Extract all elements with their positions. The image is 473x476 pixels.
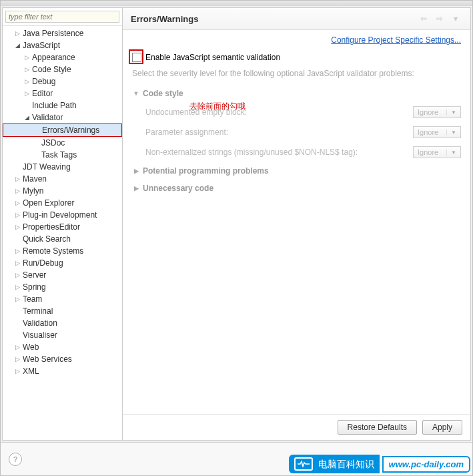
- twisty-none: [32, 139, 40, 147]
- chevron-down-icon: ▼: [446, 130, 456, 136]
- section-potential-problems[interactable]: ▶ Potential programming problems: [132, 162, 461, 180]
- twisty-closed-icon: ▶: [132, 185, 140, 192]
- tree-item-spring[interactable]: ▷Spring: [3, 281, 122, 293]
- tree-item-label: Debug: [32, 76, 55, 87]
- tree-item-label: Code Style: [32, 64, 71, 75]
- apply-button[interactable]: Apply: [422, 420, 462, 435]
- tree-item-label: Spring: [23, 282, 46, 292]
- tree-item-label: Editor: [32, 88, 53, 99]
- tree-item-editor[interactable]: ▷Editor: [3, 87, 122, 99]
- restore-defaults-button[interactable]: Restore Defaults: [338, 420, 417, 435]
- twisty-open-icon[interactable]: ◢: [23, 113, 31, 122]
- twisty-none: [32, 151, 40, 159]
- enable-validation-checkbox[interactable]: [132, 53, 141, 62]
- tree-item-label: JSDoc: [41, 138, 65, 148]
- tree-item-label: Validation: [23, 318, 57, 328]
- tree-item-xml[interactable]: ▷XML: [3, 365, 122, 377]
- tree-item-label: XML: [23, 366, 39, 377]
- tree-item-jdt-weaving[interactable]: JDT Weaving: [3, 161, 122, 173]
- twisty-closed-icon[interactable]: ▷: [13, 211, 21, 219]
- tree-item-java-persistence[interactable]: ▷Java Persistence: [3, 27, 122, 39]
- tree-item-include-path[interactable]: Include Path: [3, 99, 122, 111]
- twisty-closed-icon[interactable]: ▷: [13, 367, 21, 375]
- tree-item-server[interactable]: ▷Server: [3, 269, 122, 281]
- tree-item-remote-systems[interactable]: ▷Remote Systems: [3, 245, 122, 257]
- tree-item-label: Web Services: [23, 354, 72, 365]
- tree-item-label: Errors/Warnings: [42, 125, 99, 136]
- twisty-open-icon[interactable]: ◢: [13, 41, 21, 49]
- tree-item-plug-in-development[interactable]: ▷Plug-in Development: [3, 209, 122, 221]
- twisty-open-icon: ▼: [132, 90, 140, 97]
- tree-item-propertieseditor[interactable]: ▷PropertiesEditor: [3, 221, 122, 233]
- tree-item-team[interactable]: ▷Team: [3, 293, 122, 305]
- twisty-closed-icon[interactable]: ▷: [13, 343, 21, 351]
- filter-input[interactable]: [5, 11, 119, 23]
- section-code-style[interactable]: ▼ Code style: [132, 85, 461, 102]
- tree-item-mylyn[interactable]: ▷Mylyn: [3, 185, 122, 197]
- tree-item-maven[interactable]: ▷Maven: [3, 173, 122, 185]
- tree-item-label: Appearance: [32, 52, 75, 63]
- setting-row: Non-externalized strings (missing/unused…: [132, 142, 461, 162]
- nav-menu-icon: ▾: [449, 13, 462, 24]
- configure-project-link[interactable]: Configure Project Specific Settings...: [331, 35, 461, 45]
- tree-item-web[interactable]: ▷Web: [3, 341, 122, 353]
- chevron-down-icon: ▼: [446, 109, 456, 115]
- twisty-closed-icon[interactable]: ▷: [13, 271, 21, 279]
- twisty-none: [13, 307, 21, 315]
- severity-dropdown[interactable]: Ignore ▼: [413, 146, 461, 158]
- tree-item-validation[interactable]: Validation: [3, 317, 122, 329]
- setting-label: Parameter assignment:: [145, 128, 228, 137]
- setting-row: Undocumented empty block: Ignore ▼: [132, 102, 461, 122]
- twisty-closed-icon[interactable]: ▷: [13, 247, 21, 255]
- severity-dropdown[interactable]: Ignore ▼: [413, 106, 461, 118]
- setting-label: Non-externalized strings (missing/unused…: [145, 148, 358, 157]
- tree-item-visualiser[interactable]: Visualiser: [3, 329, 122, 341]
- tree-item-open-explorer[interactable]: ▷Open Explorer: [3, 197, 122, 209]
- tree-item-label: Team: [23, 294, 42, 304]
- twisty-closed-icon[interactable]: ▷: [13, 199, 21, 207]
- tree-item-task-tags[interactable]: Task Tags: [3, 149, 122, 161]
- twisty-closed-icon[interactable]: ▷: [23, 89, 31, 97]
- content-panel: Errors/Warnings ⇦ ⇨ ▾ Configure Project …: [123, 8, 470, 440]
- preferences-tree[interactable]: ▷Java Persistence◢JavaScript▷Appearance▷…: [3, 26, 122, 440]
- tree-item-label: Java Persistence: [23, 28, 83, 39]
- twisty-closed-icon[interactable]: ▷: [13, 29, 21, 37]
- tree-item-code-style[interactable]: ▷Code Style: [3, 63, 122, 75]
- twisty-closed-icon[interactable]: ▷: [23, 65, 31, 73]
- twisty-closed-icon[interactable]: ▷: [13, 187, 21, 195]
- twisty-closed-icon[interactable]: ▷: [13, 259, 21, 267]
- tree-item-label: Run/Debug: [23, 258, 63, 268]
- tree-item-terminal[interactable]: Terminal: [3, 305, 122, 317]
- tree-item-label: Terminal: [23, 306, 53, 316]
- tree-item-label: JDT Weaving: [23, 162, 71, 172]
- tree-item-label: Remote Systems: [23, 246, 83, 256]
- tree-item-web-services[interactable]: ▷Web Services: [3, 353, 122, 365]
- tree-item-appearance[interactable]: ▷Appearance: [3, 51, 122, 63]
- tree-item-label: Quick Search: [23, 234, 71, 244]
- tree-item-label: PropertiesEditor: [23, 222, 80, 232]
- help-icon[interactable]: ?: [9, 453, 22, 466]
- twisty-closed-icon[interactable]: ▷: [23, 77, 31, 85]
- tree-item-errors-warnings[interactable]: Errors/Warnings: [3, 124, 122, 137]
- section-unnecessary-code[interactable]: ▶ Unnecessary code: [132, 180, 461, 197]
- twisty-closed-icon[interactable]: ▷: [13, 355, 21, 363]
- watermark: 电脑百科知识 www.pc-daily.com: [289, 455, 470, 473]
- tree-item-javascript[interactable]: ◢JavaScript: [3, 39, 122, 51]
- tree-item-label: JavaScript: [23, 40, 60, 51]
- twisty-none: [13, 331, 21, 339]
- tree-item-run-debug[interactable]: ▷Run/Debug: [3, 257, 122, 269]
- tree-item-validator[interactable]: ◢Validator: [3, 111, 122, 124]
- severity-dropdown[interactable]: Ignore ▼: [413, 126, 461, 138]
- annotation-text: 去除前面的勾哦: [189, 101, 246, 112]
- twisty-closed-icon[interactable]: ▷: [13, 295, 21, 303]
- twisty-closed-icon[interactable]: ▷: [13, 283, 21, 291]
- twisty-closed-icon[interactable]: ▷: [13, 223, 21, 231]
- twisty-closed-icon[interactable]: ▷: [13, 175, 21, 183]
- twisty-none: [13, 235, 21, 243]
- tree-item-label: Web: [23, 342, 39, 352]
- twisty-closed-icon[interactable]: ▷: [23, 53, 31, 61]
- tree-item-jsdoc[interactable]: JSDoc: [3, 137, 122, 149]
- tree-item-quick-search[interactable]: Quick Search: [3, 233, 122, 245]
- description-text: Select the severity level for the follow…: [132, 65, 461, 85]
- tree-item-debug[interactable]: ▷Debug: [3, 75, 122, 87]
